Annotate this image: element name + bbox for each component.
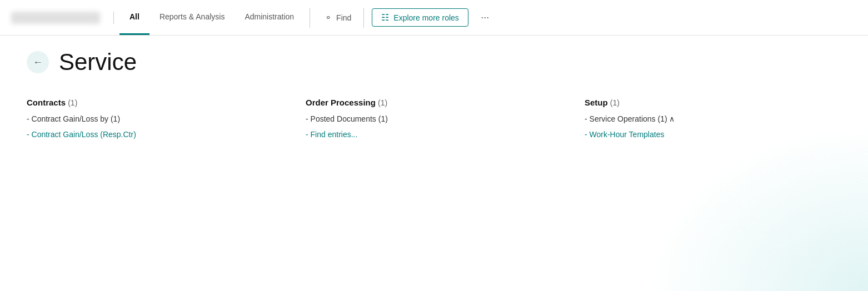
nav-tabs: All Reports & Analysis Administration (119, 0, 304, 35)
nav-divider-1 (310, 8, 310, 28)
find-entries-link[interactable]: - Find entries... (306, 128, 562, 141)
page-header: ← Service (27, 49, 841, 76)
logo-image (11, 12, 100, 24)
more-options-button[interactable]: ··· (475, 8, 495, 28)
sections-grid: Contracts (1) - Contract Gain/Loss by (1… (27, 98, 841, 141)
list-item: - Contract Gain/Loss by (1) (27, 113, 283, 125)
find-label: Find (336, 13, 351, 22)
search-icon: ⚬ (325, 12, 332, 23)
section-contracts-header: Contracts (1) (27, 98, 283, 107)
section-setup-header: Setup (1) (585, 98, 841, 107)
work-hour-templates-link[interactable]: - Work-Hour Templates (585, 128, 841, 141)
main-content: ← Service Contracts (1) - Contract Gain/… (0, 36, 868, 154)
topbar: All Reports & Analysis Administration ⚬ … (0, 0, 868, 36)
list-item: - Service Operations (1) ∧ (585, 113, 841, 125)
logo-area (11, 12, 114, 24)
find-button[interactable]: ⚬ Find (316, 12, 360, 23)
explore-roles-button[interactable]: ☷ Explore more roles (372, 8, 468, 27)
page-title: Service (59, 49, 137, 76)
tab-reports[interactable]: Reports & Analysis (149, 0, 235, 35)
tab-all[interactable]: All (119, 0, 149, 35)
section-contracts: Contracts (1) - Contract Gain/Loss by (1… (27, 98, 283, 141)
nav-divider-2 (363, 8, 364, 28)
explore-label: Explore more roles (393, 13, 459, 22)
list-item: - Posted Documents (1) (306, 113, 562, 125)
tab-administration[interactable]: Administration (235, 0, 304, 35)
more-icon: ··· (481, 12, 489, 23)
section-setup: Setup (1) - Service Operations (1) ∧ - W… (585, 98, 841, 141)
explore-icon: ☷ (381, 12, 389, 23)
back-button[interactable]: ← (27, 51, 49, 73)
section-order-processing: Order Processing (1) - Posted Documents … (306, 98, 562, 141)
section-order-processing-header: Order Processing (1) (306, 98, 562, 107)
contract-gain-loss-link[interactable]: - Contract Gain/Loss (Resp.Ctr) (27, 128, 283, 141)
back-arrow-icon: ← (33, 57, 43, 68)
